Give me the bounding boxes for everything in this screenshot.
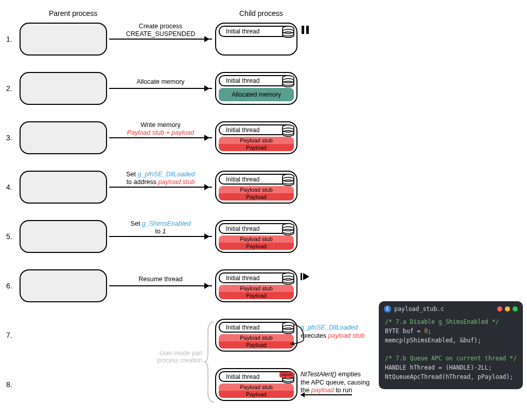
diagram-row: 3.Write memoryPayload stub + payloadInit… [0, 119, 360, 156]
step-number: 4. [6, 183, 12, 191]
step-number: 2. [6, 84, 12, 93]
child-process-box: Initial thread [215, 23, 297, 56]
window-max-icon [513, 306, 518, 312]
diagram-row: 2.Allocate memoryInitial threadAllocated… [0, 70, 360, 107]
c-file-icon: C [384, 305, 391, 313]
arrow-label: Set g_pfnSE_DllLoadedto address payload … [112, 171, 209, 186]
code-filename: payload_stub.c [394, 305, 444, 313]
svg-rect-5 [301, 273, 302, 280]
step-number: 1. [6, 35, 12, 43]
play-icon [301, 272, 310, 281]
child-process-box: Initial threadPayload stubPayload [215, 269, 297, 302]
initial-thread-pill: Initial thread [219, 124, 294, 135]
initial-thread-pill: Initial thread [219, 174, 294, 185]
initial-thread-pill: Initial thread [219, 223, 294, 234]
arrow-icon [109, 187, 212, 188]
parent-process-box [20, 23, 107, 56]
arrow-label: Resume thread [112, 276, 209, 284]
payload-memory-block: Payload stubPayload [219, 384, 294, 398]
arrow-icon [109, 88, 212, 89]
step-number: 7. [6, 331, 12, 339]
brace-icon [203, 321, 216, 403]
arrow-icon [109, 236, 212, 237]
svg-rect-3 [302, 26, 304, 34]
arrow-icon [109, 39, 212, 40]
arrow-label: Create processCREATE_SUSPENDED [112, 23, 209, 38]
initial-thread-pill: Initial thread [219, 75, 294, 86]
window-min-icon [505, 306, 510, 312]
arrow-icon [109, 137, 212, 138]
thread-stack-icon [282, 272, 295, 286]
diagram-row: 4.Set g_pfnSE_DllLoadedto address payloa… [0, 169, 360, 206]
svg-rect-4 [306, 26, 309, 34]
payload-memory-block: Payload stubPayload [219, 235, 294, 250]
thread-stack-icon [282, 26, 295, 39]
parent-header: Parent process [49, 9, 97, 17]
payload-memory-block: Payload stubPayload [219, 186, 294, 200]
thread-stack-icon [282, 75, 295, 88]
code-body: /* 7.a Disable g_ShimsEnabled */ BYTE bu… [379, 316, 523, 389]
step-number: 3. [6, 134, 12, 142]
diagram-row: 5.Set g_ShimsEnabledto 1Initial threadPa… [0, 218, 360, 255]
diagram-row: 6.Resume threadInitial threadPayload stu… [0, 267, 360, 304]
thread-stack-icon [282, 124, 295, 138]
step-number: 6. [6, 282, 12, 290]
code-panel: C payload_stub.c /* 7.a Disable g_ShimsE… [379, 301, 523, 389]
brace-label: User-mode part process creation [142, 350, 202, 364]
pause-icon [301, 25, 310, 34]
child-process-box: Initial threadPayload stubPayload [215, 121, 297, 154]
window-close-icon [497, 306, 502, 312]
parent-process-box [20, 220, 107, 253]
payload-memory-block: Payload stubPayload [219, 285, 294, 299]
child-process-box: Initial threadpayloadPayload stubPayload [215, 368, 297, 401]
child-header: Child process [239, 9, 283, 17]
child-process-box: Initial threadAllocated memory [215, 72, 297, 105]
initial-thread-pill: Initial threadpayload [219, 371, 294, 382]
payload-memory-block: Payload stubPayload [219, 137, 294, 151]
arrow-label: Write memoryPayload stub + payload [112, 121, 209, 137]
parent-process-box [20, 121, 107, 154]
return-arrow-8 [296, 390, 353, 401]
initial-thread-pill: Initial thread [219, 272, 294, 283]
parent-process-box [20, 171, 107, 204]
arrow-icon [109, 285, 212, 286]
parent-process-box [20, 269, 107, 302]
initial-thread-pill: Initial thread [219, 26, 294, 37]
thread-stack-icon [282, 223, 295, 236]
arrow-label: Set g_ShimsEnabledto 1 [112, 220, 209, 235]
arrow-label: Allocate memory [112, 78, 209, 86]
step-number: 8. [6, 380, 12, 389]
diagram-row: 1.Create processCREATE_SUSPENDEDInitial … [0, 21, 360, 58]
step7-description: g_pfnSE_DllLoaded executes payload stub [301, 324, 378, 340]
thread-stack-icon [282, 174, 295, 187]
step-number: 5. [6, 232, 12, 241]
callback-arrow-7 [278, 321, 309, 347]
child-process-box: Initial threadPayload stubPayload [215, 171, 297, 204]
parent-process-box [20, 72, 107, 105]
code-titlebar: C payload_stub.c [379, 301, 523, 316]
allocated-memory-block: Allocated memory [219, 88, 294, 101]
child-process-box: Initial threadPayload stubPayload [215, 220, 297, 253]
queued-payload-tag: payload [279, 372, 294, 377]
